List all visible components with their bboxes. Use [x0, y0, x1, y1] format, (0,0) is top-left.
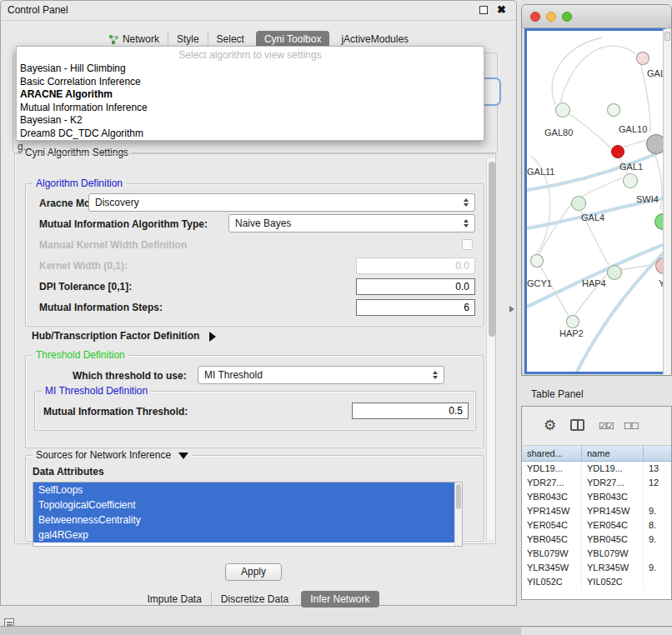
tab-style[interactable]: Style: [168, 31, 208, 48]
mi-threshold-group: MI Threshold Definition Mutual Informati…: [34, 391, 476, 431]
scrollbar-thumb[interactable]: [489, 162, 495, 337]
table-row[interactable]: YLR345W YLR345W 9.: [522, 561, 671, 575]
network-node[interactable]: [555, 102, 570, 118]
cell: 9.: [644, 504, 671, 518]
table-row[interactable]: YIL052C YIL052C: [522, 575, 671, 589]
minimize-traffic-light[interactable]: [546, 12, 556, 22]
cell: YPR145W: [522, 504, 582, 518]
network-graph-icon: [108, 34, 119, 45]
node-label: GAL1: [619, 162, 643, 172]
attribute-item-selected[interactable]: TopologicalCoefficient: [33, 498, 454, 512]
column-selector-icon[interactable]: [570, 419, 584, 431]
scrollbar-thumb[interactable]: [456, 484, 461, 509]
data-attributes-list: SelfLoops TopologicalCoefficient Between…: [33, 482, 463, 547]
attribute-list-scrollbar[interactable]: [454, 482, 462, 546]
algorithm-option[interactable]: Bayesian - K2: [17, 114, 484, 128]
cell: YBL079W: [582, 547, 644, 561]
network-node[interactable]: [636, 52, 649, 65]
network-node[interactable]: [607, 103, 620, 117]
dpi-tolerance-label: DPI Tolerance [0,1]:: [39, 281, 132, 292]
tab-impute-data[interactable]: Impute Data: [138, 591, 210, 608]
cell: YDL19...: [522, 462, 582, 476]
panel-splitter-grip[interactable]: [509, 306, 514, 312]
status-bar: [0, 626, 672, 635]
settings-scrollbar[interactable]: [486, 158, 495, 540]
kernel-width-input[interactable]: [356, 258, 475, 274]
hub-tf-section-toggle[interactable]: Hub/Transcription Factor Definition: [32, 330, 216, 345]
select-all-icon[interactable]: ☑☑: [599, 421, 614, 432]
algorithm-option[interactable]: Basic Correlation Inference: [17, 76, 484, 89]
table-row[interactable]: YBR045C YBR045C 9.: [522, 532, 671, 547]
cell: YER054C: [582, 518, 644, 532]
table-row[interactable]: YER054C YER054C 8.: [522, 518, 671, 532]
network-node[interactable]: [566, 315, 579, 328]
mi-type-combo[interactable]: Naive Bayes: [228, 214, 475, 232]
attribute-item-selected[interactable]: gal4RGexp: [33, 528, 454, 542]
algorithm-option[interactable]: Dream8 DC_TDC Algorithm: [17, 128, 484, 141]
column-header-name[interactable]: name: [582, 446, 644, 462]
column-header-shared-name[interactable]: shared...: [522, 446, 582, 462]
tab-label: Network: [123, 33, 159, 45]
cell: [644, 490, 671, 504]
table-row[interactable]: YDR27... YDR27... 12: [522, 476, 671, 490]
cell: YER054C: [522, 518, 582, 532]
window-title: Control Panel: [8, 4, 68, 16]
network-node[interactable]: [623, 173, 638, 188]
column-header-partial[interactable]: [644, 446, 671, 462]
network-vertical-scrollbar[interactable]: [663, 29, 671, 375]
data-attributes-label: Data Attributes: [33, 466, 104, 478]
tab-discretize-data[interactable]: Discretize Data: [211, 591, 298, 608]
node-label: GAL80: [544, 128, 573, 138]
deselect-all-icon[interactable]: ☐☐: [624, 421, 639, 432]
mi-threshold-label: Mutual Information Threshold:: [43, 406, 188, 418]
node-label: HAP4: [582, 278, 606, 288]
mi-threshold-input[interactable]: [352, 402, 469, 419]
close-traffic-light[interactable]: [530, 12, 540, 22]
table-row[interactable]: YBL079W YBL079W: [522, 547, 671, 561]
node-label: GCY1: [527, 278, 552, 288]
close-icon[interactable]: ✖: [497, 3, 506, 16]
network-view-window: GAL7 GAL80 GAL10 GAL11 GAL1 SWI4 GAL4 GC…: [521, 4, 672, 376]
node-label: HAP2: [559, 328, 584, 338]
tab-cyni-toolbox[interactable]: Cyni Toolbox: [256, 31, 329, 48]
network-node[interactable]: [530, 254, 544, 268]
tab-select[interactable]: Select: [208, 31, 253, 48]
cell: YDR27...: [522, 476, 582, 490]
tab-infer-network[interactable]: Infer Network: [301, 591, 379, 608]
combo-value: Naive Bayes: [235, 218, 291, 229]
tab-network[interactable]: Network: [100, 31, 168, 48]
algorithm-option[interactable]: Bayesian - Hill Climbing: [17, 62, 484, 76]
apply-button[interactable]: Apply: [225, 563, 282, 581]
manual-kernel-checkbox[interactable]: [462, 239, 473, 250]
cell: 12: [644, 476, 671, 490]
table-row[interactable]: YBR043C YBR043C: [522, 490, 671, 504]
algorithm-option[interactable]: Mutual Information Inference: [17, 102, 484, 115]
node-label: SWI4: [636, 194, 659, 204]
dpi-tolerance-input[interactable]: [356, 278, 475, 295]
which-threshold-combo[interactable]: MI Threshold: [198, 366, 444, 384]
network-node[interactable]: [607, 265, 622, 280]
algorithm-option-selected[interactable]: ARACNE Algorithm: [17, 88, 484, 102]
attribute-item-selected[interactable]: SelfLoops: [33, 482, 454, 498]
settings-gear-icon[interactable]: ⚙: [544, 417, 556, 434]
algorithm-definition-title: Algorithm Definition: [33, 178, 126, 189]
tab-jactivemodules[interactable]: jActiveModules: [333, 31, 417, 48]
float-window-icon[interactable]: [479, 6, 488, 14]
table-panel-window: ⚙ ☑☑ ☐☐ shared... name YDL19... YDL19...…: [521, 406, 672, 600]
mi-steps-label: Mutual Information Steps:: [39, 302, 163, 313]
combo-value: MI Threshold: [204, 369, 263, 381]
table-row[interactable]: YDL19... YDL19... 13: [522, 462, 671, 476]
network-node[interactable]: [611, 145, 624, 158]
algorithm-select-popup: Select algorithm to view settings Bayesi…: [16, 46, 484, 141]
network-node[interactable]: [571, 196, 586, 211]
network-canvas[interactable]: GAL7 GAL80 GAL10 GAL11 GAL1 SWI4 GAL4 GC…: [524, 28, 665, 374]
aracne-mode-combo[interactable]: Discovery: [88, 193, 475, 212]
sources-section-toggle[interactable]: Sources for Network Inference: [33, 449, 192, 461]
attribute-item-selected[interactable]: BetweennessCentrality: [33, 512, 454, 528]
table-row[interactable]: YPR145W YPR145W 9.: [522, 504, 671, 518]
expanded-arrow-icon: [178, 452, 188, 459]
threshold-definition-group: Threshold Definition Which threshold to …: [25, 355, 484, 448]
scrollbar-button[interactable]: [664, 32, 670, 41]
zoom-traffic-light[interactable]: [562, 12, 572, 22]
mi-steps-input[interactable]: [356, 299, 475, 316]
